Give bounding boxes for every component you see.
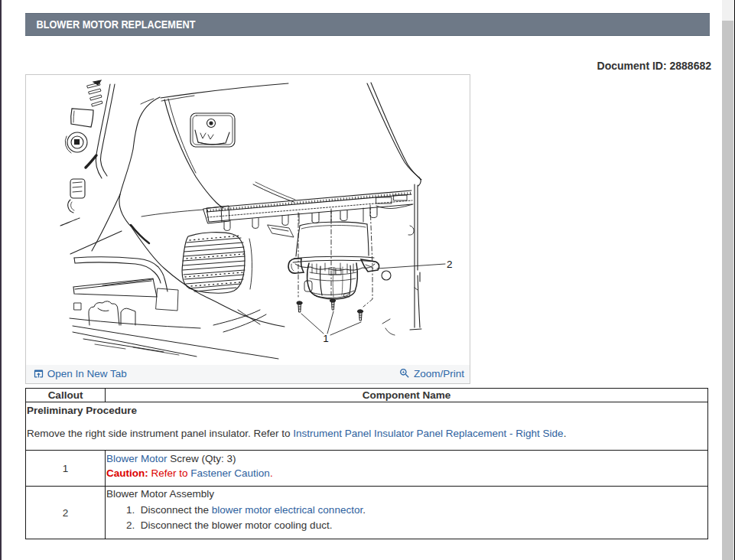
svg-text:1: 1 (323, 333, 329, 344)
svg-text:2: 2 (447, 259, 453, 270)
